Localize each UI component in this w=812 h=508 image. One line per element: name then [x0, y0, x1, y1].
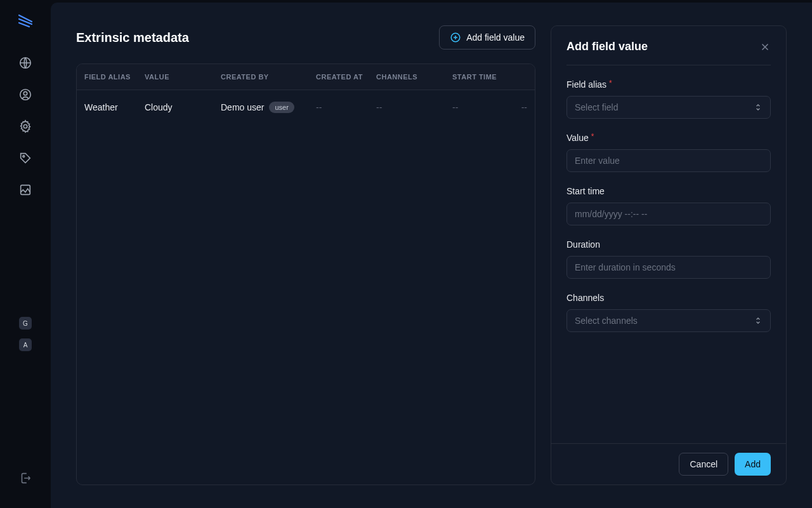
th-start-time: START TIME	[452, 73, 513, 81]
metadata-table: FIELD ALIAS VALUE CREATED BY CREATED AT …	[76, 64, 535, 485]
svg-point-3	[23, 124, 27, 128]
svg-point-1	[20, 90, 31, 100]
app-logo[interactable]	[15, 10, 36, 30]
add-field-value-button[interactable]: Add field value	[439, 25, 535, 50]
cell-start-time: --	[452, 102, 513, 112]
cell-field-alias: Weather	[84, 102, 145, 112]
panel-footer: Cancel Add	[551, 443, 786, 485]
chevron-updown-icon	[754, 103, 763, 112]
th-created-by: CREATED BY	[221, 73, 316, 81]
role-pill: user	[269, 102, 294, 113]
tag-icon[interactable]	[18, 151, 32, 165]
svg-point-4	[23, 156, 25, 157]
sidebar: G A	[0, 0, 51, 508]
channels-placeholder: Select channels	[575, 316, 638, 326]
start-time-input[interactable]	[566, 203, 771, 225]
field-alias-select[interactable]: Select field	[566, 96, 771, 119]
add-button[interactable]: Add	[735, 453, 771, 476]
start-time-label: Start time	[566, 186, 771, 196]
globe-icon[interactable]	[18, 56, 32, 70]
duration-label: Duration	[566, 239, 771, 250]
close-icon	[759, 41, 771, 53]
sidebar-badges: G A	[19, 317, 32, 351]
cell-end: --	[513, 102, 527, 112]
value-input[interactable]	[566, 149, 771, 172]
panel-title: Add field value	[566, 40, 648, 53]
table-row[interactable]: Weather Cloudy Demo user user -- -- -- -…	[77, 90, 535, 124]
table-header: FIELD ALIAS VALUE CREATED BY CREATED AT …	[77, 64, 535, 90]
panel-header: Add field value	[566, 40, 771, 65]
th-field-alias: FIELD ALIAS	[84, 73, 145, 81]
image-icon[interactable]	[18, 183, 32, 197]
avatar-badge-g[interactable]: G	[19, 317, 32, 330]
th-value: VALUE	[145, 73, 221, 81]
close-panel-button[interactable]	[759, 41, 771, 53]
channels-label: Channels	[566, 293, 771, 303]
th-created-at: CREATED AT	[316, 73, 376, 81]
duration-input[interactable]	[566, 256, 771, 279]
cell-value: Cloudy	[145, 102, 221, 112]
field-alias-placeholder: Select field	[575, 102, 618, 112]
add-field-value-label: Add field value	[466, 32, 525, 43]
channels-select[interactable]: Select channels	[566, 309, 771, 332]
field-alias-label: Field alias	[566, 79, 771, 90]
avatar-badge-a[interactable]: A	[19, 338, 32, 351]
cell-created-at: --	[316, 102, 376, 112]
created-by-name: Demo user	[221, 102, 264, 112]
search-user-icon[interactable]	[18, 88, 32, 102]
page-header: Extrinsic metadata Add field value	[76, 25, 535, 50]
cell-channels: --	[376, 102, 452, 112]
nav-icons	[18, 56, 32, 197]
cell-created-by: Demo user user	[221, 102, 316, 113]
plus-circle-icon	[450, 32, 461, 43]
gear-icon[interactable]	[18, 119, 32, 133]
th-channels: CHANNELS	[376, 73, 452, 81]
main-content: Extrinsic metadata Add field value FIELD…	[51, 3, 812, 508]
logout-icon[interactable]	[18, 471, 32, 485]
page-title: Extrinsic metadata	[76, 30, 189, 45]
svg-point-2	[23, 91, 27, 95]
content-left: Extrinsic metadata Add field value FIELD…	[76, 25, 535, 485]
chevron-updown-icon	[754, 316, 763, 325]
value-label: Value	[566, 133, 771, 143]
table-body: Weather Cloudy Demo user user -- -- -- -…	[77, 90, 535, 485]
cancel-button[interactable]: Cancel	[679, 453, 728, 476]
add-field-value-panel: Add field value Field alias Select field…	[551, 25, 787, 485]
